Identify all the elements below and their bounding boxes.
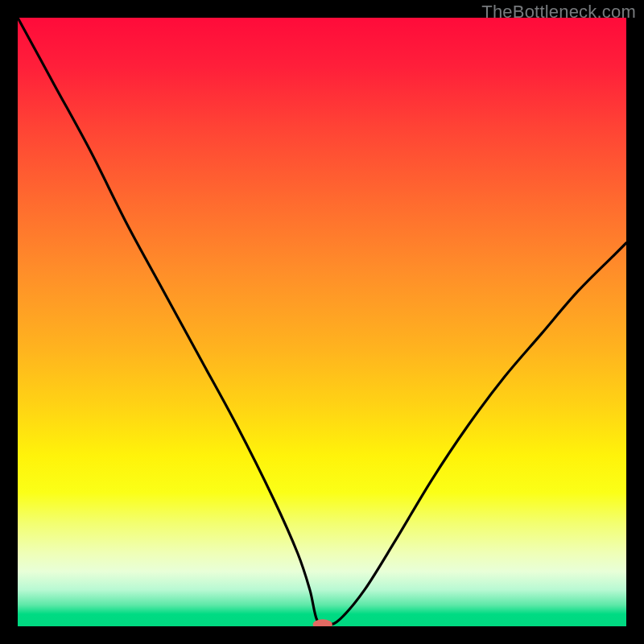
bottleneck-curve (18, 18, 626, 625)
chart-svg (18, 18, 626, 626)
chart-frame: TheBottleneck.com (0, 0, 644, 644)
plot-area (18, 18, 626, 626)
